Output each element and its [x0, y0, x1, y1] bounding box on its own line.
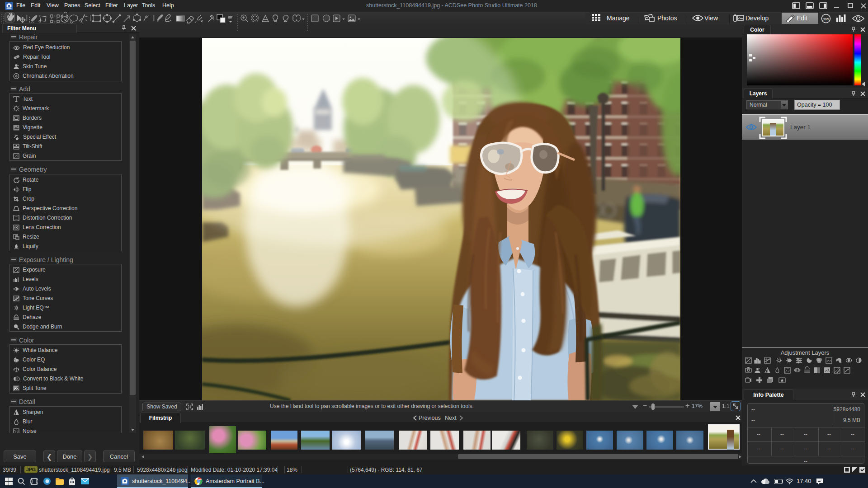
svg-text:365: 365 [823, 17, 829, 21]
